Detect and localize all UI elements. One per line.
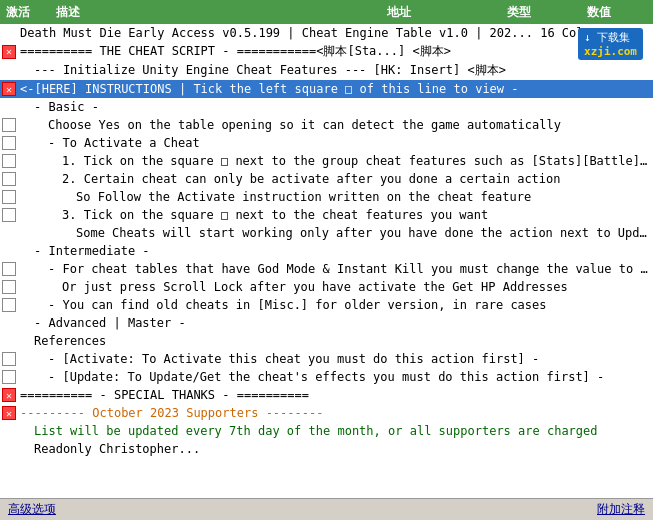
table-row[interactable]: References <box>0 332 653 350</box>
cheat-table: Death Must Die Early Access v0.5.199 | C… <box>0 24 653 498</box>
footer-bar: 高级选项 附加注释 <box>0 498 653 520</box>
row-text: - [Update: To Update/Get the cheat's eff… <box>18 370 651 384</box>
table-row[interactable]: ✕<-[HERE] INSTRUCTIONS | Tick the left s… <box>0 80 653 98</box>
table-row[interactable]: ✕========== THE CHEAT SCRIPT - =========… <box>0 42 653 61</box>
table-row[interactable]: Readonly Christopher... <box>0 440 653 458</box>
row-text: Some Cheats will start working only afte… <box>18 226 651 240</box>
table-row[interactable]: Some Cheats will start working only afte… <box>0 224 653 242</box>
row-text: ========== - SPECIAL THANKS - ========== <box>18 388 651 402</box>
table-row[interactable]: - [Activate: To Activate this cheat you … <box>0 350 653 368</box>
advanced-options-link[interactable]: 高级选项 <box>8 501 56 518</box>
row-text: - You can find old cheats in [Misc.] for… <box>18 298 651 312</box>
table-row[interactable]: Death Must Die Early Access v0.5.199 | C… <box>0 24 653 42</box>
row-text: - For cheat tables that have God Mode & … <box>18 262 651 276</box>
add-notes-link[interactable]: 附加注释 <box>597 501 645 518</box>
checkbox[interactable] <box>2 298 16 312</box>
row-text: - Advanced | Master - <box>18 316 651 330</box>
table-row[interactable]: So Follow the Activate instruction writt… <box>0 188 653 206</box>
watermark-download: ↓ 下载集 <box>584 31 630 44</box>
row-text: - [Activate: To Activate this cheat you … <box>18 352 651 366</box>
checkbox[interactable] <box>2 280 16 294</box>
checkbox[interactable] <box>2 190 16 204</box>
checkbox-spacer <box>2 424 16 438</box>
row-text: Death Must Die Early Access v0.5.199 | C… <box>18 26 651 40</box>
checkbox-spacer <box>2 442 16 456</box>
header-val: 数值 <box>587 4 647 21</box>
row-text: List will be updated every 7th day of th… <box>18 424 651 438</box>
checkbox[interactable] <box>2 262 16 276</box>
checkbox-spacer <box>2 244 16 258</box>
row-text: References <box>18 334 651 348</box>
table-row[interactable]: 2. Certain cheat can only be activate af… <box>0 170 653 188</box>
checkbox[interactable]: ✕ <box>2 82 16 96</box>
table-row[interactable]: Or just press Scroll Lock after you have… <box>0 278 653 296</box>
checkbox[interactable] <box>2 118 16 132</box>
row-text: 1. Tick on the square □ next to the grou… <box>18 154 651 168</box>
row-text: - Basic - <box>18 100 651 114</box>
row-text: --------- October 2023 Supporters ------… <box>18 406 651 420</box>
checkbox-spacer <box>2 100 16 114</box>
header-desc: 描述 <box>56 4 387 21</box>
table-row[interactable]: - Advanced | Master - <box>0 314 653 332</box>
table-row[interactable]: - Basic - <box>0 98 653 116</box>
table-row[interactable]: Choose Yes on the table opening so it ca… <box>0 116 653 134</box>
checkbox-spacer <box>2 64 16 78</box>
table-row[interactable]: --- Initialize Unity Engine Cheat Featur… <box>0 61 653 80</box>
checkbox-spacer <box>2 26 16 40</box>
checkbox[interactable]: ✕ <box>2 388 16 402</box>
row-text: Readonly Christopher... <box>18 442 651 456</box>
header-activate: 激活 <box>6 4 56 21</box>
table-row[interactable]: - To Activate a Cheat <box>0 134 653 152</box>
checkbox[interactable]: ✕ <box>2 406 16 420</box>
checkbox[interactable] <box>2 154 16 168</box>
table-row[interactable]: ✕========== - SPECIAL THANKS - =========… <box>0 386 653 404</box>
table-row[interactable]: ✕--------- October 2023 Supporters -----… <box>0 404 653 422</box>
row-text: ========== THE CHEAT SCRIPT - ==========… <box>18 43 651 60</box>
table-row[interactable]: - You can find old cheats in [Misc.] for… <box>0 296 653 314</box>
table-row[interactable]: 1. Tick on the square □ next to the grou… <box>0 152 653 170</box>
checkbox-spacer <box>2 226 16 240</box>
row-text: 3. Tick on the square □ next to the chea… <box>18 208 651 222</box>
checkbox[interactable] <box>2 208 16 222</box>
checkbox[interactable] <box>2 352 16 366</box>
checkbox-spacer <box>2 316 16 330</box>
checkbox[interactable] <box>2 172 16 186</box>
row-text: Choose Yes on the table opening so it ca… <box>18 118 651 132</box>
header-addr: 地址 <box>387 4 507 21</box>
table-row[interactable]: - For cheat tables that have God Mode & … <box>0 260 653 278</box>
row-text: - To Activate a Cheat <box>18 136 651 150</box>
watermark-site: xzji.com <box>584 45 637 58</box>
row-text: 2. Certain cheat can only be activate af… <box>18 172 651 186</box>
row-text: So Follow the Activate instruction writt… <box>18 190 651 204</box>
row-text: - Intermediate - <box>18 244 651 258</box>
row-text: <-[HERE] INSTRUCTIONS | Tick the left sq… <box>18 82 651 96</box>
row-text: --- Initialize Unity Engine Cheat Featur… <box>18 62 651 79</box>
table-row[interactable]: - Intermediate - <box>0 242 653 260</box>
checkbox[interactable] <box>2 136 16 150</box>
header-type: 类型 <box>507 4 587 21</box>
table-row[interactable]: - [Update: To Update/Get the cheat's eff… <box>0 368 653 386</box>
checkbox-spacer <box>2 334 16 348</box>
table-row[interactable]: 3. Tick on the square □ next to the chea… <box>0 206 653 224</box>
watermark: ↓ 下载集 xzji.com <box>578 28 643 60</box>
row-text: Or just press Scroll Lock after you have… <box>18 280 651 294</box>
checkbox[interactable] <box>2 370 16 384</box>
table-row[interactable]: List will be updated every 7th day of th… <box>0 422 653 440</box>
table-header: 激活 描述 地址 类型 数值 <box>0 0 653 24</box>
checkbox[interactable]: ✕ <box>2 45 16 59</box>
